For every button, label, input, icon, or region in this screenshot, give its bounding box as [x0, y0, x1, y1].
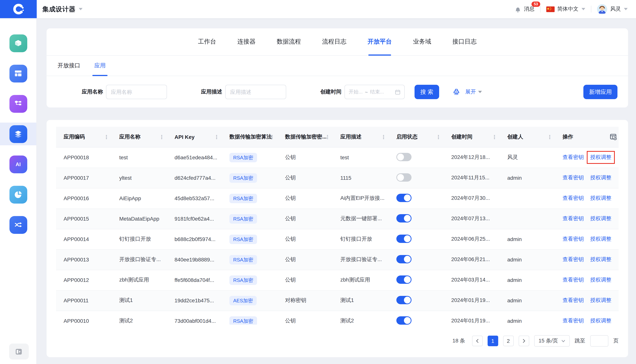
adjust-auth-link[interactable]: 授权调整	[590, 215, 611, 221]
main-tab-5[interactable]: 开放平台	[368, 28, 392, 55]
view-key-link[interactable]: 查看密钥	[562, 154, 584, 160]
view-key-link[interactable]: 查看密钥	[562, 215, 584, 221]
enable-toggle[interactable]	[396, 194, 411, 202]
column-menu-icon[interactable]: ⋮	[381, 134, 386, 140]
view-key-link[interactable]: 查看密钥	[562, 195, 584, 201]
toggle-knob	[404, 194, 411, 201]
main-tab-4[interactable]: 流程日志	[322, 28, 346, 55]
cell-api-key: ffe5f608da704f...	[167, 270, 222, 290]
sidebar-item-3[interactable]	[0, 92, 36, 115]
sidebar-item-4-active[interactable]	[0, 122, 36, 145]
adjust-auth-link[interactable]: 授权调整	[590, 297, 611, 303]
app-logo[interactable]	[0, 0, 37, 18]
cell-enabled	[389, 270, 444, 290]
view-key-link[interactable]: 查看密钥	[562, 174, 584, 180]
enable-toggle[interactable]	[396, 173, 411, 182]
main-tab-7[interactable]: 接口日志	[452, 28, 477, 55]
cell-created: 2024年12月18...	[444, 147, 500, 168]
app-desc-input[interactable]	[225, 85, 286, 99]
search-button[interactable]: 搜 索	[414, 85, 439, 99]
page-number-1[interactable]: 1	[487, 336, 498, 346]
cell-enabled	[389, 229, 444, 249]
cell-created: 2024年07月13...	[444, 208, 500, 229]
cell-api-key: b688c2b0f5974...	[167, 229, 222, 249]
cell-api-key: 840ee19b8889...	[167, 249, 222, 270]
column-menu-icon[interactable]: ⋮	[159, 134, 164, 140]
chevron-right-icon	[522, 339, 526, 343]
table-body: APP00018testd6ae51edea484...RSA加密公钥test2…	[56, 147, 618, 325]
adjust-auth-link[interactable]: 授权调整	[590, 236, 611, 242]
adjust-auth-link[interactable]: 授权调整	[590, 318, 611, 324]
adjust-auth-link[interactable]: 授权调整	[587, 151, 615, 164]
language-selector[interactable]: 简体中文	[557, 6, 578, 12]
date-range-input[interactable]: 开始... ~ 结束...	[344, 85, 405, 99]
adjust-auth-link[interactable]: 授权调整	[590, 276, 611, 283]
app-name-input[interactable]	[106, 85, 167, 99]
cell-desc: 测试1	[333, 290, 389, 311]
user-caret-icon[interactable]	[624, 8, 628, 10]
column-menu-icon[interactable]: ⋮	[492, 134, 497, 140]
cell-algorithm: RSA加密	[222, 208, 278, 229]
prev-page-button[interactable]	[472, 336, 482, 346]
user-avatar[interactable]	[597, 4, 607, 14]
table-row-APP00014: APP00014钉钉接口开放b688c2b0f5974...RSA加密公钥钉钉接…	[56, 229, 618, 249]
enable-toggle[interactable]	[396, 255, 411, 263]
user-name[interactable]: 风灵	[610, 6, 621, 12]
expand-toggle[interactable]: 展开	[465, 88, 482, 95]
enable-toggle[interactable]	[396, 234, 411, 243]
sidebar-item-2[interactable]	[0, 62, 36, 85]
next-page-button[interactable]	[518, 336, 529, 346]
enable-toggle[interactable]	[396, 296, 411, 304]
cell-desc: 元数据一键部署...	[333, 208, 389, 229]
main-tab-3[interactable]: 数据流程	[277, 28, 301, 55]
main-tab-1[interactable]: 工作台	[198, 28, 216, 55]
view-key-link[interactable]: 查看密钥	[562, 256, 584, 262]
language-caret-icon[interactable]	[581, 8, 585, 10]
bell-icon[interactable]	[514, 6, 521, 13]
column-menu-icon[interactable]: ⋮	[547, 134, 552, 140]
top-bar: 集成设计器 消息 53 简体中文	[0, 0, 636, 18]
jump-page-input[interactable]	[590, 335, 608, 346]
enable-toggle[interactable]	[396, 275, 411, 284]
column-menu-icon[interactable]: ⋮	[436, 134, 441, 140]
enable-toggle[interactable]	[396, 153, 411, 161]
enable-toggle[interactable]	[396, 214, 411, 222]
app-title-caret-icon[interactable]	[79, 8, 82, 10]
adjust-auth-link[interactable]: 授权调整	[590, 174, 611, 180]
add-app-button[interactable]: 新增应用	[583, 85, 617, 99]
clear-filters-icon[interactable]	[452, 88, 461, 96]
toggle-knob	[404, 317, 411, 324]
encryption-badge: RSA加密	[229, 234, 257, 244]
sidebar-item-6[interactable]	[0, 183, 36, 206]
page-number-2[interactable]: 2	[503, 336, 513, 346]
column-menu-icon[interactable]: ⋮	[104, 134, 109, 140]
page-size-select[interactable]: 15 条/页	[534, 335, 570, 346]
view-key-link[interactable]: 查看密钥	[562, 318, 584, 324]
main-tab-6[interactable]: 业务域	[413, 28, 431, 55]
cell-creator: admin	[500, 249, 555, 270]
expand-caret-icon	[478, 91, 482, 93]
sub-tab-2[interactable]: 应用	[94, 56, 106, 76]
view-key-link[interactable]: 查看密钥	[562, 236, 584, 242]
adjust-auth-link[interactable]: 授权调整	[590, 256, 611, 262]
column-menu-icon[interactable]: ⋮	[270, 134, 275, 140]
cell-name: test	[112, 147, 167, 168]
table-row-APP00011: APP00011测试119dd2ce1b475...AES加密对称密钥测试120…	[56, 290, 618, 311]
main-tab-2[interactable]: 连接器	[237, 28, 256, 55]
column-menu-icon[interactable]: ⋮	[325, 134, 330, 140]
column-header-label: 创建时间	[451, 134, 472, 140]
adjust-auth-link[interactable]: 授权调整	[590, 195, 611, 201]
sidebar-item-5[interactable]: AI	[0, 153, 36, 176]
sidebar-item-1[interactable]	[0, 32, 36, 54]
cell-api-key: d624cfed777a4...	[167, 168, 222, 188]
view-key-link[interactable]: 查看密钥	[562, 297, 584, 303]
sidebar-item-7[interactable]	[0, 214, 36, 236]
apps-table: 应用编码⋮应用名称⋮API Key⋮数据传输加密算法⋮数据传输加密密...⋮应用…	[56, 127, 618, 325]
column-menu-icon[interactable]: ⋮	[214, 134, 219, 140]
messages-item[interactable]: 消息 53	[524, 6, 534, 12]
enable-toggle[interactable]	[396, 316, 411, 324]
sub-tab-1[interactable]: 开放接口	[58, 56, 80, 76]
collapse-sidebar-button[interactable]	[9, 344, 29, 360]
table-settings-icon[interactable]	[610, 134, 617, 140]
view-key-link[interactable]: 查看密钥	[562, 276, 584, 283]
